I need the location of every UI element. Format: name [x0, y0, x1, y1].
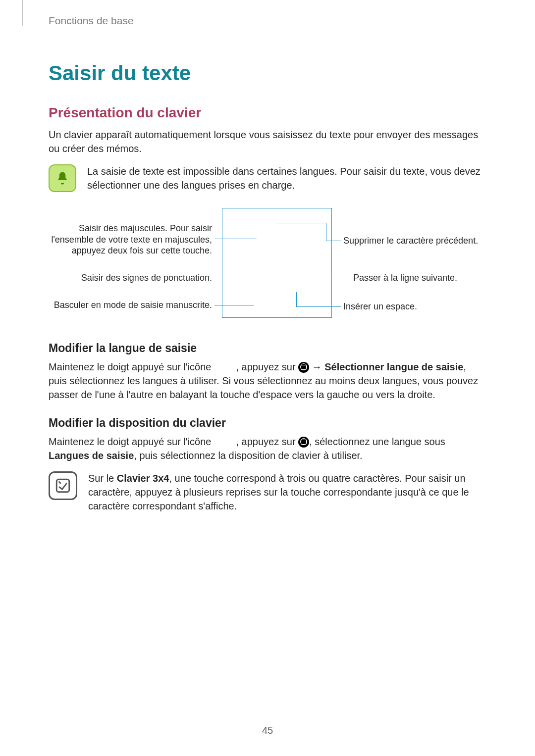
paragraph-input-language: Maintenez le doigt appuyé sur l'icône , … [49, 360, 486, 402]
text-fragment: Maintenez le doigt appuyé sur l'icône [49, 436, 211, 447]
note-block: La saisie de texte est impossible dans c… [49, 164, 486, 192]
lead-line [316, 278, 351, 278]
arrow: → [312, 361, 322, 372]
section-heading: Présentation du clavier [49, 105, 486, 121]
lead-line [326, 241, 341, 241]
lead-line [214, 305, 254, 305]
callout-handwrite: Basculer en mode de saisie manuscrite. [49, 300, 212, 311]
text-fragment: Sur le [88, 473, 114, 484]
lead-line [326, 223, 326, 241]
paragraph-layout: Maintenez le doigt appuyé sur l'icône , … [49, 435, 486, 462]
lead-line [214, 239, 227, 239]
text-fragment: Maintenez le doigt appuyé sur l'icône [49, 361, 211, 372]
keyboard-placeholder [222, 208, 332, 318]
note-block: Sur le Clavier 3x4, une touche correspon… [49, 471, 486, 513]
lead-line [296, 306, 341, 307]
bold-text: Sélectionner langue de saisie [324, 361, 463, 372]
callout-space: Insérer un espace. [343, 301, 482, 312]
subheading-layout: Modifier la disposition du clavier [49, 416, 486, 430]
lead-line [296, 292, 297, 306]
document-page: Fonctions de base Saisir du texte Présen… [0, 0, 535, 756]
text-fragment: , appuyez sur [236, 361, 295, 372]
bold-text: Langues de saisie [49, 450, 134, 461]
svg-rect-0 [56, 479, 69, 492]
bold-text: Clavier 3x4 [117, 473, 169, 484]
lead-line [214, 278, 244, 278]
page-number: 45 [0, 725, 535, 736]
note-text: La saisie de texte est impossible dans c… [87, 164, 486, 192]
keyboard-diagram: Saisir des majuscules. Pour saisir l'ens… [49, 203, 486, 327]
page-title: Saisir du texte [49, 61, 486, 85]
bell-icon [49, 164, 76, 192]
lead-line [276, 223, 326, 223]
settings-icon [298, 437, 309, 448]
text-fragment: , sélectionnez une langue sous [309, 436, 445, 447]
subheading-input-language: Modifier la langue de saisie [49, 342, 486, 355]
settings-icon [298, 362, 309, 373]
callout-punct: Saisir des signes de ponctuation. [49, 272, 212, 284]
intro-paragraph: Un clavier apparaît automatiquement lors… [49, 128, 486, 155]
callout-newline: Passer à la ligne suivante. [353, 272, 492, 284]
callout-caps: Saisir des majuscules. Pour saisir l'ens… [49, 223, 212, 256]
text-fragment: , puis sélectionnez la disposition de cl… [134, 450, 362, 461]
running-header: Fonctions de base [49, 15, 486, 27]
text-fragment: , appuyez sur [236, 436, 295, 447]
lead-line [227, 239, 257, 239]
note-text: Sur le Clavier 3x4, une touche correspon… [88, 471, 486, 513]
callout-delete: Supprimer le caractère précédent. [343, 235, 492, 247]
binding-mark [22, 0, 23, 26]
memo-icon [49, 471, 77, 500]
